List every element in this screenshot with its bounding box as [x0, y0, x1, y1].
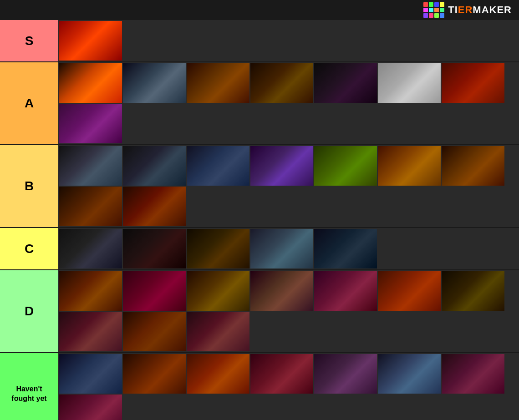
boss-card-label-a6 — [378, 63, 441, 103]
tier-row-b: B — [0, 145, 519, 228]
boss-card-label-d6 — [378, 271, 441, 311]
boss-card-label-a5 — [314, 63, 377, 103]
boss-card-c4[interactable] — [250, 229, 313, 268]
boss-card-h3[interactable] — [187, 354, 249, 394]
boss-card-d1[interactable] — [59, 271, 122, 311]
tier-content-c — [58, 228, 519, 269]
boss-card-label-d8 — [59, 312, 122, 351]
boss-card-label-c4 — [250, 229, 313, 268]
boss-card-h5[interactable] — [314, 354, 377, 394]
logo-cell — [423, 2, 428, 7]
boss-card-h7[interactable] — [442, 354, 504, 394]
boss-card-label-c3 — [187, 229, 249, 268]
boss-card-label-c5 — [314, 229, 377, 268]
tier-row-c: C — [0, 228, 519, 270]
boss-card-label-b1 — [59, 146, 122, 186]
boss-card-a8[interactable] — [59, 104, 122, 143]
boss-card-d7[interactable] — [442, 271, 504, 311]
logo-grid — [423, 2, 444, 18]
boss-card-label-d5 — [314, 271, 377, 311]
boss-card-b9[interactable] — [123, 187, 186, 226]
boss-card-b5[interactable] — [314, 146, 377, 186]
logo-cell — [429, 13, 433, 18]
tier-content-a — [58, 62, 519, 144]
boss-card-d6[interactable] — [378, 271, 441, 311]
boss-card-c2[interactable] — [123, 229, 186, 268]
boss-card-d4[interactable] — [250, 271, 313, 311]
tier-row-a: A — [0, 62, 519, 145]
boss-card-label-b3 — [187, 146, 249, 186]
boss-card-label-c2 — [123, 229, 186, 268]
boss-card-b7[interactable] — [442, 146, 504, 186]
boss-card-a7[interactable] — [442, 63, 504, 103]
boss-card-d8[interactable] — [59, 312, 122, 351]
boss-card-label-c1 — [59, 229, 122, 268]
boss-card-a1[interactable] — [59, 63, 122, 103]
boss-card-d3[interactable] — [187, 271, 249, 311]
logo-cell — [434, 8, 439, 12]
boss-card-label-a1 — [59, 63, 122, 103]
boss-card-c3[interactable] — [187, 229, 249, 268]
boss-card-b4[interactable] — [250, 146, 313, 186]
logo-cell — [434, 2, 439, 7]
boss-card-c1[interactable] — [59, 229, 122, 268]
boss-card-label-b5 — [314, 146, 377, 186]
header: TierMaker — [0, 0, 519, 20]
boss-card-label-h5 — [314, 354, 377, 394]
boss-card-label-b6 — [378, 146, 441, 186]
boss-card-label-b7 — [442, 146, 504, 186]
boss-card-d9[interactable] — [123, 312, 186, 351]
boss-card-label-h6 — [378, 354, 441, 394]
boss-card-h2[interactable] — [123, 354, 186, 394]
tier-label-d: D — [0, 270, 58, 352]
boss-card-d5[interactable] — [314, 271, 377, 311]
tier-row-d: D — [0, 270, 519, 353]
boss-card-a3[interactable] — [187, 63, 249, 103]
boss-card-label-b2 — [123, 146, 186, 186]
tier-row-s: S — [0, 20, 519, 62]
tier-row-havent: Haven't fought yet — [0, 353, 519, 420]
boss-card-d2[interactable] — [123, 271, 186, 311]
boss-card-h6[interactable] — [378, 354, 441, 394]
boss-card-label-d9 — [123, 312, 186, 351]
boss-card-label-h7 — [442, 354, 504, 394]
boss-card-a2[interactable] — [123, 63, 186, 103]
boss-card-label-h4 — [250, 354, 313, 394]
boss-card-label-a2 — [123, 63, 186, 103]
boss-card-c5[interactable] — [314, 229, 377, 268]
boss-card-label-b4 — [250, 146, 313, 186]
boss-card-h4[interactable] — [250, 354, 313, 394]
boss-card-b3[interactable] — [187, 146, 249, 186]
boss-card-label-b9 — [123, 187, 186, 226]
tier-label-s: S — [0, 20, 58, 61]
logo-cell — [434, 13, 439, 18]
logo-cell — [440, 13, 444, 18]
boss-card-h1[interactable] — [59, 354, 122, 394]
boss-card-s1[interactable] — [59, 21, 122, 61]
tier-label-havent: Haven't fought yet — [0, 353, 58, 420]
logo-cell — [440, 2, 444, 7]
tier-content-b — [58, 145, 519, 227]
boss-card-b2[interactable] — [123, 146, 186, 186]
boss-card-a6[interactable] — [378, 63, 441, 103]
boss-card-b6[interactable] — [378, 146, 441, 186]
tier-label-b: B — [0, 145, 58, 227]
boss-card-label-a3 — [187, 63, 249, 103]
boss-card-label-a4 — [250, 63, 313, 103]
tier-content-s — [58, 20, 519, 61]
boss-card-label-h8 — [59, 395, 122, 420]
boss-card-h8[interactable] — [59, 395, 122, 420]
boss-card-a5[interactable] — [314, 63, 377, 103]
boss-card-a4[interactable] — [250, 63, 313, 103]
tier-label-c: C — [0, 228, 58, 269]
boss-card-d10[interactable] — [187, 312, 249, 351]
logo-cell — [440, 8, 444, 12]
logo-cell — [429, 8, 433, 12]
tier-label-a: A — [0, 62, 58, 144]
boss-card-label-d2 — [123, 271, 186, 311]
boss-card-label-d1 — [59, 271, 122, 311]
boss-card-b1[interactable] — [59, 146, 122, 186]
boss-card-label-h2 — [123, 354, 186, 394]
boss-card-label-a7 — [442, 63, 504, 103]
boss-card-b8[interactable] — [59, 187, 122, 226]
